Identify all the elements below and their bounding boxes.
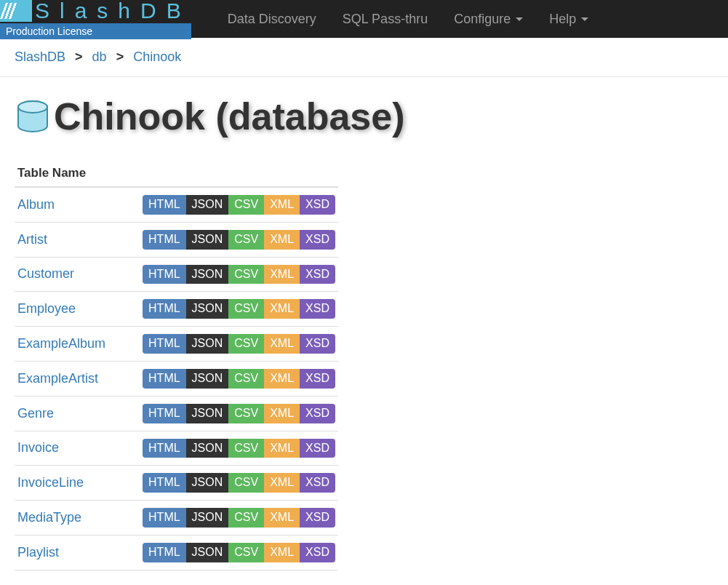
breadcrumb-item[interactable]: db	[92, 49, 107, 64]
csv-badge[interactable]: CSV	[228, 439, 264, 458]
xsd-badge[interactable]: XSD	[300, 439, 335, 458]
json-badge[interactable]: JSON	[186, 404, 229, 423]
format-badges: HTMLJSONCSVXMLXSD	[143, 404, 335, 423]
navbar: SlashDB Production License Data Discover…	[0, 0, 728, 38]
xml-badge[interactable]: XML	[264, 473, 300, 493]
table-row: AlbumHTMLJSONCSVXMLXSD	[15, 188, 338, 223]
xsd-badge[interactable]: XSD	[300, 543, 335, 562]
table-name-link[interactable]: Album	[17, 197, 55, 212]
table-row: InvoiceHTMLJSONCSVXMLXSD	[15, 431, 338, 466]
xsd-badge[interactable]: XSD	[300, 404, 335, 423]
nav-sql-passthru[interactable]: SQL Pass-thru	[329, 1, 441, 37]
html-badge[interactable]: HTML	[143, 369, 186, 389]
table-row: ArtistHTMLJSONCSVXMLXSD	[15, 223, 338, 258]
tables-list: Table Name AlbumHTMLJSONCSVXMLXSDArtistH…	[15, 160, 338, 570]
format-badges: HTMLJSONCSVXMLXSD	[143, 334, 335, 354]
json-badge[interactable]: JSON	[186, 543, 229, 562]
json-badge[interactable]: JSON	[186, 439, 229, 458]
html-badge[interactable]: HTML	[143, 439, 186, 458]
html-badge[interactable]: HTML	[143, 334, 186, 354]
table-name-link[interactable]: Playlist	[17, 545, 59, 560]
table-row: InvoiceLineHTMLJSONCSVXMLXSD	[15, 466, 338, 501]
nav-help[interactable]: Help	[536, 1, 601, 37]
nav-data-discovery[interactable]: Data Discovery	[215, 1, 329, 37]
table-name-header: Table Name	[15, 160, 338, 188]
xsd-badge[interactable]: XSD	[300, 369, 335, 389]
json-badge[interactable]: JSON	[186, 473, 229, 493]
csv-badge[interactable]: CSV	[228, 195, 264, 215]
table-row: MediaTypeHTMLJSONCSVXMLXSD	[15, 501, 338, 536]
xml-badge[interactable]: XML	[264, 508, 300, 528]
json-badge[interactable]: JSON	[186, 369, 229, 389]
format-badges: HTMLJSONCSVXMLXSD	[143, 299, 335, 319]
nav-configure[interactable]: Configure	[441, 1, 536, 37]
xsd-badge[interactable]: XSD	[300, 508, 335, 528]
json-badge[interactable]: JSON	[186, 195, 229, 215]
xml-badge[interactable]: XML	[264, 195, 300, 215]
html-badge[interactable]: HTML	[143, 299, 186, 319]
xsd-badge[interactable]: XSD	[300, 265, 335, 284]
xml-badge[interactable]: XML	[264, 369, 300, 389]
xsd-badge[interactable]: XSD	[300, 299, 335, 319]
table-row: EmployeeHTMLJSONCSVXMLXSD	[15, 292, 338, 327]
xsd-badge[interactable]: XSD	[300, 473, 335, 493]
xml-badge[interactable]: XML	[264, 265, 300, 284]
json-badge[interactable]: JSON	[186, 265, 229, 284]
table-name-link[interactable]: Genre	[17, 406, 54, 421]
xsd-badge[interactable]: XSD	[300, 230, 335, 250]
html-badge[interactable]: HTML	[143, 473, 186, 493]
nav-items: Data Discovery SQL Pass-thru Configure H…	[215, 1, 602, 37]
format-badges: HTMLJSONCSVXMLXSD	[143, 508, 335, 528]
json-badge[interactable]: JSON	[186, 299, 229, 319]
csv-badge[interactable]: CSV	[228, 508, 264, 528]
breadcrumb-item[interactable]: SlashDB	[15, 49, 65, 64]
table-name-link[interactable]: Artist	[17, 232, 47, 247]
csv-badge[interactable]: CSV	[228, 334, 264, 354]
table-row: GenreHTMLJSONCSVXMLXSD	[15, 397, 338, 431]
csv-badge[interactable]: CSV	[228, 543, 264, 562]
csv-badge[interactable]: CSV	[228, 404, 264, 423]
table-name-link[interactable]: Customer	[17, 266, 74, 282]
table-row: CustomerHTMLJSONCSVXMLXSD	[15, 258, 338, 292]
brand-name: SlashDB	[35, 0, 191, 23]
csv-badge[interactable]: CSV	[228, 265, 264, 284]
table-name-link[interactable]: Employee	[17, 301, 76, 317]
xml-badge[interactable]: XML	[264, 543, 300, 562]
xml-badge[interactable]: XML	[264, 230, 300, 250]
svg-point-1	[18, 101, 47, 113]
html-badge[interactable]: HTML	[143, 508, 186, 528]
json-badge[interactable]: JSON	[186, 230, 229, 250]
database-icon	[15, 98, 51, 135]
json-badge[interactable]: JSON	[186, 508, 229, 528]
page-title: Chinook (database)	[54, 95, 405, 138]
page-title-wrap: Chinook (database)	[15, 95, 713, 138]
xml-badge[interactable]: XML	[264, 334, 300, 354]
format-badges: HTMLJSONCSVXMLXSD	[143, 230, 335, 250]
table-name-link[interactable]: ExampleAlbum	[17, 336, 105, 351]
html-badge[interactable]: HTML	[143, 404, 186, 423]
csv-badge[interactable]: CSV	[228, 473, 264, 493]
table-name-link[interactable]: MediaType	[17, 510, 81, 525]
xml-badge[interactable]: XML	[264, 404, 300, 423]
html-badge[interactable]: HTML	[143, 265, 186, 284]
xsd-badge[interactable]: XSD	[300, 334, 335, 354]
xsd-badge[interactable]: XSD	[300, 195, 335, 215]
table-name-link[interactable]: ExampleArtist	[17, 371, 98, 386]
csv-badge[interactable]: CSV	[228, 299, 264, 319]
format-badges: HTMLJSONCSVXMLXSD	[143, 439, 335, 458]
brand[interactable]: SlashDB Production License	[0, 0, 191, 39]
format-badges: HTMLJSONCSVXMLXSD	[143, 265, 335, 284]
html-badge[interactable]: HTML	[143, 195, 186, 215]
csv-badge[interactable]: CSV	[228, 369, 264, 389]
table-name-link[interactable]: InvoiceLine	[17, 475, 84, 490]
json-badge[interactable]: JSON	[186, 334, 229, 354]
html-badge[interactable]: HTML	[143, 230, 186, 250]
nav-help-label: Help	[549, 12, 576, 27]
format-badges: HTMLJSONCSVXMLXSD	[143, 195, 335, 215]
xml-badge[interactable]: XML	[264, 439, 300, 458]
csv-badge[interactable]: CSV	[228, 230, 264, 250]
html-badge[interactable]: HTML	[143, 543, 186, 562]
breadcrumb-item[interactable]: Chinook	[133, 49, 181, 64]
xml-badge[interactable]: XML	[264, 299, 300, 319]
table-name-link[interactable]: Invoice	[17, 440, 59, 455]
